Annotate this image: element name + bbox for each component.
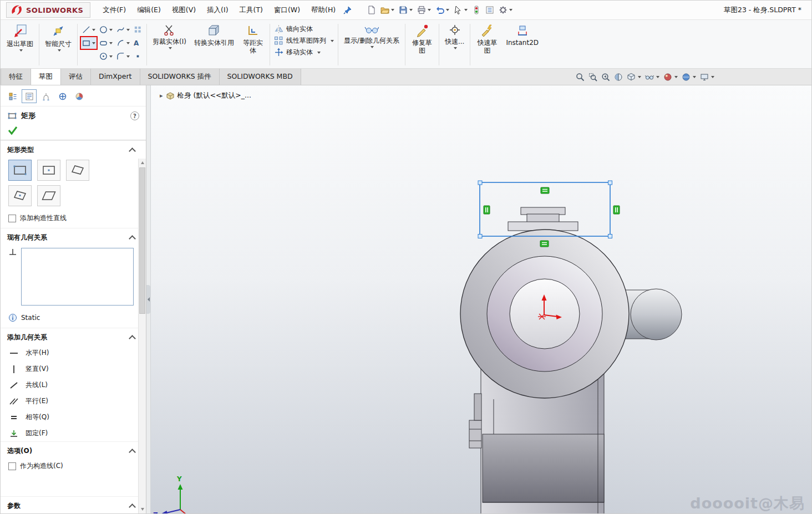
- trim-entities-button[interactable]: 剪裁实体(I): [149, 21, 190, 68]
- relation-equal-button[interactable]: 相等(Q): [1, 409, 146, 425]
- sketch-fillet-tool-button[interactable]: [115, 50, 131, 62]
- panel-splitter[interactable]: [146, 85, 151, 513]
- propertymanager-tab[interactable]: [22, 89, 37, 103]
- relation-vertical-button[interactable]: 竖直(V): [1, 361, 146, 377]
- ellipse-tool-button[interactable]: [98, 50, 114, 62]
- menu-window[interactable]: 窗口(W): [268, 3, 306, 18]
- dropdown-arrow-icon[interactable]: [331, 40, 334, 42]
- point-tool-button[interactable]: [133, 50, 143, 62]
- rectangle-tool-button[interactable]: [81, 37, 97, 49]
- dropdown-arrow-icon[interactable]: [638, 76, 641, 78]
- undo-button[interactable]: [434, 4, 451, 16]
- rapid-sketch-button[interactable]: 快速草图: [472, 21, 502, 68]
- sketch-pattern-tool-button[interactable]: [133, 24, 143, 35]
- zoom-area-button[interactable]: [588, 73, 597, 82]
- select-button[interactable]: [452, 4, 469, 16]
- dropdown-arrow-icon[interactable]: [656, 76, 659, 78]
- section-options[interactable]: 选项(O): [1, 441, 146, 459]
- previous-view-button[interactable]: [601, 73, 610, 82]
- viewport-feature-tree[interactable]: ▸ 枪身 (默认<<默认>_...: [160, 91, 251, 100]
- existing-relations-listbox[interactable]: [21, 248, 134, 306]
- scrollbar-thumb[interactable]: [139, 167, 145, 314]
- section-add-relations[interactable]: 添加几何关系: [1, 328, 146, 345]
- displaymanager-tab[interactable]: [72, 89, 87, 103]
- dropdown-arrow-icon[interactable]: [19, 49, 23, 52]
- dropdown-arrow-icon[interactable]: [109, 42, 113, 44]
- spline-tool-button[interactable]: [115, 24, 131, 35]
- dropdown-arrow-icon[interactable]: [454, 47, 457, 49]
- part-front-sight[interactable]: [508, 207, 578, 231]
- menu-view[interactable]: 视图(V): [166, 3, 201, 18]
- corner-rectangle-button[interactable]: [8, 160, 32, 181]
- view-settings-button[interactable]: [700, 73, 714, 82]
- relation-parallel-button[interactable]: 平行(E): [1, 393, 146, 409]
- section-rectangle-type[interactable]: 矩形类型: [1, 140, 146, 157]
- ok-check-button[interactable]: [7, 125, 18, 135]
- graphics-viewport[interactable]: Y Z ▸ 枪身 (默认<<默认>_... dooooit@木易: [151, 85, 811, 513]
- open-button[interactable]: [379, 4, 396, 16]
- scroll-down-arrow[interactable]: [141, 508, 144, 511]
- three-point-corner-rectangle-button[interactable]: [66, 160, 89, 181]
- help-icon[interactable]: ?: [130, 111, 139, 120]
- tab-solidworks-mbd[interactable]: SOLIDWORKS MBD: [220, 69, 301, 85]
- menu-insert[interactable]: 插入(I): [201, 3, 234, 18]
- options-list-button[interactable]: [484, 4, 496, 16]
- menu-tools[interactable]: 工具(T): [234, 3, 268, 18]
- dropdown-arrow-icon[interactable]: [371, 46, 374, 48]
- scroll-up-arrow[interactable]: [141, 161, 144, 164]
- line-tool-button[interactable]: [81, 24, 97, 35]
- dropdown-arrow-icon[interactable]: [693, 76, 696, 78]
- relation-horizontal-button[interactable]: 水平(H): [1, 345, 146, 361]
- as-construction-line-checkbox[interactable]: [8, 462, 16, 470]
- repair-sketch-button[interactable]: 修复草图: [407, 21, 437, 68]
- convert-entities-button[interactable]: 转换实体引用: [190, 21, 238, 68]
- instant2d-button[interactable]: Instant2D: [502, 21, 542, 68]
- save-button[interactable]: [397, 4, 414, 16]
- dropdown-arrow-icon[interactable]: [391, 9, 394, 11]
- dropdown-arrow-icon[interactable]: [711, 76, 714, 78]
- model-canvas[interactable]: Y Z: [151, 85, 811, 513]
- quick-snaps-button[interactable]: 快速...: [441, 21, 468, 68]
- offset-entities-button[interactable]: 等距实体: [238, 21, 268, 68]
- tab-features[interactable]: 特征: [1, 69, 31, 85]
- dimxpertmanager-tab[interactable]: [55, 89, 70, 103]
- linear-sketch-pattern-button[interactable]: 线性草图阵列: [274, 36, 334, 45]
- menu-edit[interactable]: 编辑(E): [131, 3, 166, 18]
- panel-collapse-handle[interactable]: [146, 285, 150, 314]
- new-document-button[interactable]: [366, 4, 378, 16]
- arc-tool-button[interactable]: [115, 37, 131, 49]
- dropdown-arrow-icon[interactable]: [109, 55, 113, 58]
- dropdown-arrow-icon[interactable]: [169, 47, 172, 49]
- relation-fix-button[interactable]: 固定(F): [1, 425, 146, 441]
- settings-button[interactable]: [497, 4, 514, 16]
- section-existing-relations[interactable]: 现有几何关系: [1, 228, 146, 245]
- tree-expander-icon[interactable]: ▸: [160, 92, 163, 99]
- menu-help[interactable]: 帮助(H): [306, 3, 341, 18]
- dropdown-arrow-icon[interactable]: [464, 9, 468, 11]
- tab-evaluate[interactable]: 评估: [61, 69, 91, 85]
- three-point-center-rectangle-button[interactable]: [8, 185, 32, 206]
- tab-solidworks-addins[interactable]: SOLIDWORKS 插件: [140, 69, 220, 85]
- rebuild-button[interactable]: [470, 4, 483, 16]
- dropdown-arrow-icon[interactable]: [317, 52, 321, 54]
- featuremanager-tab[interactable]: [5, 89, 20, 103]
- add-construction-lines-checkbox[interactable]: [8, 215, 16, 222]
- slot-tool-button[interactable]: [98, 37, 114, 49]
- pin-menu-icon[interactable]: [343, 6, 352, 14]
- dropdown-arrow-icon[interactable]: [92, 29, 95, 31]
- section-view-button[interactable]: [614, 73, 623, 82]
- dropdown-arrow-icon[interactable]: [126, 55, 130, 58]
- configurationmanager-tab[interactable]: [38, 89, 53, 103]
- dropdown-arrow-icon[interactable]: [92, 42, 95, 44]
- display-style-button[interactable]: [627, 73, 641, 82]
- dropdown-arrow-icon[interactable]: [126, 42, 130, 44]
- hide-show-items-button[interactable]: [645, 73, 659, 82]
- display-delete-relations-button[interactable]: 显示/删除几何关系: [340, 21, 403, 68]
- dropdown-arrow-icon[interactable]: [446, 9, 449, 11]
- mirror-entities-button[interactable]: 镜向实体: [274, 24, 334, 34]
- section-parameters[interactable]: 参数: [1, 496, 146, 513]
- menu-file[interactable]: 文件(F): [97, 3, 131, 18]
- tab-sketch[interactable]: 草图: [31, 69, 61, 85]
- center-rectangle-button[interactable]: [37, 160, 60, 181]
- relation-collinear-button[interactable]: 共线(L): [1, 377, 146, 393]
